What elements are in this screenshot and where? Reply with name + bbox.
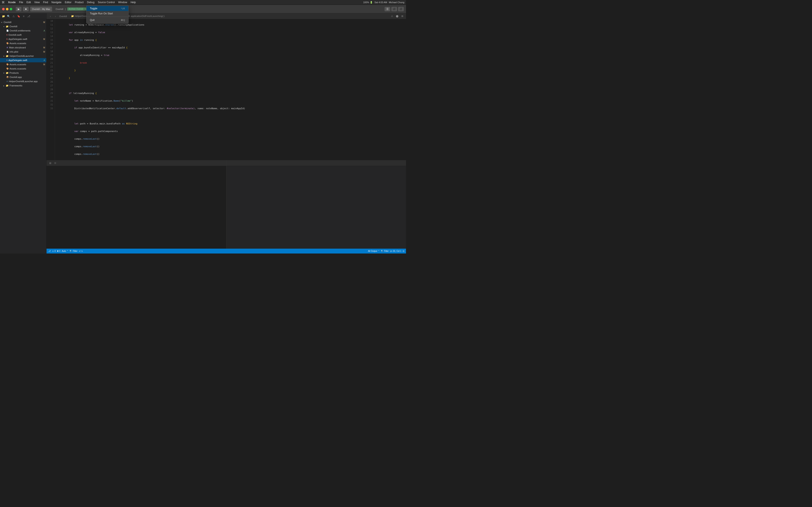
menu-xcode[interactable]: Xcode [6, 0, 17, 4]
menu-item-toggle-run-on-start[interactable]: Toggle Run On Start [87, 11, 129, 16]
ln-col-label: Ln 33, Col 1 [390, 250, 401, 252]
sidebar-list-icon[interactable]: ≡ [21, 14, 26, 18]
menu-file[interactable]: File [17, 0, 25, 4]
sidebar-item-overkill-root[interactable]: Overkill M [0, 20, 46, 24]
code-content[interactable]: let running = NSWorkspace.shared().runni… [55, 19, 406, 160]
maximize-button[interactable] [10, 8, 12, 10]
console-filter-icon: 🔍 [381, 250, 384, 252]
stop-button[interactable]: ■ [23, 7, 29, 11]
sidebar-item-label: AppDelegate.swift [8, 59, 27, 61]
sidebar-item-products-group[interactable]: 📁 Products [0, 71, 46, 75]
filter-icon: 🔍 [69, 250, 72, 252]
status-separator: | [65, 8, 66, 10]
folder-icon: 📁 [6, 72, 9, 74]
menu-source-control[interactable]: Source Control [96, 0, 116, 4]
error-icon: ✖ 0 [57, 250, 60, 252]
destination-name: My Mac [42, 8, 50, 10]
menu-product[interactable]: Product [73, 0, 85, 4]
scheme-selector[interactable]: Overkill › My Mac [30, 7, 52, 12]
statusbar-auto[interactable]: Auto ⌃ [62, 250, 68, 252]
code-line-20: let noteName = Notification.Name("killme… [57, 99, 403, 103]
close-button[interactable] [2, 8, 5, 10]
sidebar-item-helper-group[interactable]: 📁 HelperOverkillLauncher [0, 54, 46, 58]
toolbar: ▶ ■ Overkill › My Mac Overkill | Archive… [0, 5, 406, 13]
sidebar-item-info-plist[interactable]: 📋 Info.plist M [0, 50, 46, 54]
sidebar-bookmark-icon[interactable]: 🔖 [16, 14, 21, 18]
menu-edit[interactable]: Edit [25, 0, 33, 4]
menu-navigate[interactable]: Navigate [50, 0, 63, 4]
sidebar-item-helper-app[interactable]: ⚠ HelperOverkillLauncher.app [0, 79, 46, 83]
sidebar-item-overkill-swift[interactable]: S Overkill.swift [0, 33, 46, 37]
warning-icon: ⚠ 0 [52, 250, 56, 252]
sidebar-folder-icon[interactable]: 📁 [1, 14, 5, 18]
statusbar-ln-col: Ln 33, Col 1 [390, 250, 401, 252]
sidebar-item-entitlements[interactable]: 📄 Overkill.entitlements A [0, 29, 46, 33]
sidebar-item-label: HelperOverkillLauncher.app [9, 80, 38, 82]
menu-item-quit[interactable]: Quit ⌘Q [87, 17, 129, 22]
sidebar-item-frameworks-group[interactable]: 📁 Frameworks [0, 83, 46, 88]
sidebar-item-appdelegate-helper[interactable]: S AppDelegate.swift A [0, 58, 46, 62]
statusbar-branch[interactable]: ⎇ [48, 250, 51, 252]
run-button[interactable]: ▶ [16, 7, 21, 11]
menu-debug[interactable]: Debug [85, 0, 96, 4]
menu-help[interactable]: Help [129, 0, 138, 4]
sidebar-item-assets-helper[interactable]: 🎨 Assets.xcassets M [0, 62, 46, 66]
minimize-button[interactable] [6, 8, 8, 10]
code-line-23: let path = Bundle.main.bundlePath as NSS… [57, 122, 403, 126]
code-line-22 [57, 114, 403, 118]
menu-item-quit-shortcut: ⌘Q [121, 19, 125, 21]
sidebar-git-icon[interactable]: ⎇ [27, 14, 31, 18]
sidebar-item-assets-helper2[interactable]: 🎨 Assets.xcassets [0, 66, 46, 71]
statusbar-right: All Output ⌃ 🔍 Filter Ln 33, Col 1 ⊡ [368, 250, 404, 252]
breadcrumb-root[interactable]: Overkill [59, 15, 67, 17]
editor-warnings-icon[interactable]: ⚠ [390, 14, 394, 18]
folder-icon: 📁 [6, 84, 9, 87]
auto-chevron-icon: ⌃ [67, 250, 68, 252]
apple-logo-icon[interactable]: ⌘ [2, 1, 5, 4]
statusbar-errors[interactable]: ✖ 0 [57, 250, 60, 252]
badge-m: M [43, 51, 45, 53]
statusbar-console-filter[interactable]: 🔍 Filter [381, 250, 389, 252]
swift-icon: S [6, 59, 8, 61]
statusbar-split-btn[interactable]: ⊡ [403, 250, 404, 252]
code-editor[interactable]: 10 11 12 13 14 15 16 17 18 19 20 21 22 2… [47, 19, 406, 160]
sidebar-item-appdelegate-main[interactable]: S AppDelegate.swift M [0, 37, 46, 41]
editor-split-icon[interactable]: ⊞ [400, 14, 404, 18]
code-line-13: if app.bundleIdentifier == mainAppId { [57, 46, 403, 50]
editor-nav-forward[interactable]: › [53, 14, 57, 18]
app-icon: ⚠ [6, 80, 8, 82]
breadcrumb-sep1: › [69, 15, 69, 17]
menu-item-toggle[interactable]: Toggle ⌥K [87, 6, 129, 11]
editor-errors-icon[interactable]: ⬤ [395, 14, 399, 18]
breadcrumb-method[interactable]: ⚙ applicationDidFinishLaunching(:) [128, 15, 164, 17]
navigator-toggle-btn[interactable]: ☰ [385, 7, 390, 11]
main-layout: 📁 🔍 ⚠ 🔖 ≡ ⎇ Overkill M 📁 Overkill 📄 O [0, 13, 406, 253]
debug-console-icon[interactable]: ▤ [48, 161, 52, 165]
inspector-toggle-btn[interactable]: ⬛ [398, 7, 404, 11]
menubar-battery: 100% 🔋 [363, 1, 372, 4]
sidebar-search-icon[interactable]: 🔍 [6, 14, 11, 18]
menu-window[interactable]: Window [116, 0, 129, 4]
sidebar-item-overkill-group[interactable]: 📁 Overkill [0, 24, 46, 29]
menu-view[interactable]: View [33, 0, 42, 4]
debug-toggle-btn[interactable]: ⬛ [391, 7, 397, 11]
debug-variables-icon[interactable]: ⊡ [53, 161, 57, 165]
menu-item-quit-label: Quit [90, 18, 95, 21]
statusbar-warnings[interactable]: ⚠ 0 [52, 250, 56, 252]
statusbar-debug-controls[interactable]: ↩ ↪ [79, 250, 83, 252]
sidebar-item-label: Assets.xcassets [9, 67, 26, 70]
statusbar-all-output[interactable]: All Output ⌃ [368, 250, 379, 252]
sidebar-item-overkill-app[interactable]: 📦 Overkill.app [0, 75, 46, 79]
sidebar-warning-icon[interactable]: ⚠ [11, 14, 16, 18]
sidebar-item-assets-main[interactable]: 🎨 Assets.xcassets [0, 41, 46, 45]
code-line-25: comps.removeLast() [57, 137, 403, 141]
entitlements-icon: 📄 [6, 30, 9, 32]
editor-nav-back[interactable]: ‹ [48, 14, 52, 18]
triangle-open-icon [3, 25, 5, 28]
statusbar-filter[interactable]: 🔍 Filter [69, 250, 78, 252]
menu-find[interactable]: Find [42, 0, 50, 4]
sidebar-item-storyboard[interactable]: 🖥 Main.storyboard M [0, 45, 46, 50]
storyboard-icon: 🖥 [6, 47, 8, 49]
menu-editor[interactable]: Editor [63, 0, 73, 4]
badge-m: M [43, 47, 45, 49]
